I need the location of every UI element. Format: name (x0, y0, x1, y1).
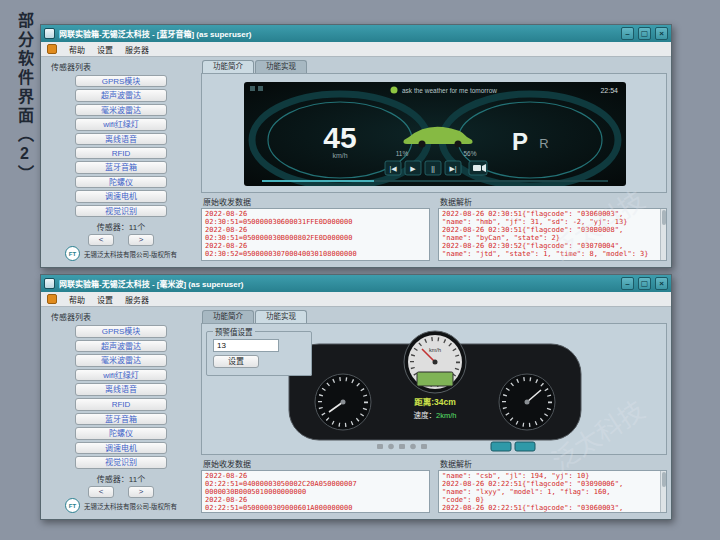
sensor-button-gprs[interactable]: GPRS模块 (75, 325, 167, 338)
raw-line: 02:30:51=050000030600031FFE0D000000 (205, 218, 426, 226)
menu-settings[interactable]: 设置 (97, 294, 113, 305)
maximize-button[interactable]: ▢ (638, 27, 651, 40)
close-button[interactable]: × (655, 277, 668, 290)
sensor-button-gyroscope[interactable]: 陀螺仪 (75, 176, 167, 188)
right-stat: 56% (463, 150, 476, 157)
parsed-data-title: 数据解析 (440, 458, 667, 469)
app-window-bluetooth-speaker: 网联实验箱-无锡泛太科技 - [蓝牙音箱] (as superuser) – ▢… (40, 24, 672, 268)
minimize-button[interactable]: – (621, 277, 634, 290)
vertical-scrollbar[interactable] (660, 471, 666, 512)
sensor-button-speed-motor[interactable]: 调速电机 (75, 190, 167, 202)
tab-bar: 功能简介 功能实现 (202, 310, 667, 323)
sensor-button-ultrasonic-radar[interactable]: 超声波雷达 (75, 89, 167, 101)
sensor-button-gprs[interactable]: GPRS模块 (75, 75, 167, 87)
prev-page-button[interactable]: < (88, 486, 114, 498)
minimize-button[interactable]: – (621, 27, 634, 40)
sensor-button-wifi-light[interactable]: wifi红绿灯 (75, 369, 167, 382)
vertical-scrollbar[interactable] (660, 209, 666, 260)
parse-line: "code": 0} (442, 496, 663, 504)
instrument-cluster-image: km/h (285, 328, 585, 452)
sensor-button-rfid[interactable]: RFID (75, 147, 167, 159)
parse-line: 2022-08-26 02:30:51{"flagcode": "0306000… (442, 210, 663, 218)
parsed-data-title: 数据解析 (440, 196, 667, 207)
tab-function-impl[interactable]: 功能实现 (255, 60, 307, 73)
parse-line: 2022-08-26 02:30:51{"flagcode": "030B000… (442, 226, 663, 234)
raw-data-box[interactable]: 2022-08-26 02:22:51=04000003050002C20A05… (201, 470, 430, 513)
next-page-button[interactable]: > (128, 486, 154, 498)
app-menu-icon[interactable] (47, 44, 57, 54)
scrollbar-thumb[interactable] (662, 210, 666, 225)
apply-settings-button[interactable]: 设置 (213, 355, 259, 368)
next-page-button[interactable]: > (128, 234, 154, 246)
sensor-button-offline-voice[interactable]: 离线语音 (75, 133, 167, 145)
data-panels: 原始收发数据 2022-08-26 02:22:51=0400000305000… (201, 457, 667, 513)
menu-help[interactable]: 帮助 (69, 294, 85, 305)
window-body: 传感器列表 GPRS模块 超声波雷达 毫米波雷达 wifi红绿灯 离线语音 RF… (41, 307, 671, 519)
close-button[interactable]: × (655, 27, 668, 40)
sensor-button-vision[interactable]: 视觉识别 (75, 456, 167, 469)
sensor-count-label: 传感器：11个 (97, 221, 145, 232)
sensor-button-bluetooth-speaker[interactable]: 蓝牙音箱 (75, 413, 167, 426)
sensor-button-ultrasonic-radar[interactable]: 超声波雷达 (75, 340, 167, 353)
sensor-button-bluetooth-speaker[interactable]: 蓝牙音箱 (75, 161, 167, 173)
window-title: 网联实验箱-无锡泛太科技 - [毫米波] (as superuser) (59, 278, 617, 289)
sensor-count-label: 传感器：11个 (97, 473, 145, 484)
parsed-data-panel: 数据解析 "name": "csb", "jl": 194, "yj": 10}… (438, 457, 667, 513)
progress-fill (262, 180, 374, 182)
raw-line: 2022-08-26 (205, 512, 426, 513)
menu-help[interactable]: 帮助 (69, 44, 85, 55)
parse-line: 2022-08-26 02:30:52{"flagcode": "0307000… (442, 242, 663, 250)
sensor-button-mmwave-radar[interactable]: 毫米波雷达 (75, 354, 167, 367)
parsed-data-box[interactable]: 2022-08-26 02:30:51{"flagcode": "0306000… (438, 208, 667, 261)
window-icon (44, 278, 55, 289)
sensor-button-wifi-light[interactable]: wifi红绿灯 (75, 118, 167, 130)
play-icon: ▶ (410, 165, 416, 172)
sensor-button-gyroscope[interactable]: 陀螺仪 (75, 427, 167, 440)
pause-icon: || (431, 165, 435, 173)
raw-line: 2022-08-26 (205, 472, 426, 480)
copyright-text: 无锡泛太科技有限公司-版权所有 (84, 501, 177, 511)
parse-line: 2022-08-26 02:22:51{"flagcode": "0306000… (442, 504, 663, 512)
raw-data-box[interactable]: 2022-08-26 02:30:51=050000030600031FFE0D… (201, 208, 430, 261)
status-icon (250, 86, 255, 91)
clock-text: 22:54 (600, 87, 618, 94)
sensor-button-rfid[interactable]: RFID (75, 398, 167, 411)
tab-bar: 功能简介 功能实现 (202, 60, 667, 73)
prev-page-button[interactable]: < (88, 234, 114, 246)
sensor-sidebar: 传感器列表 GPRS模块 超声波雷达 毫米波雷达 wifi红绿灯 离线语音 RF… (45, 60, 197, 261)
warning-settings-title: 预警值设置 (213, 326, 255, 337)
tab-function-intro[interactable]: 功能简介 (202, 310, 254, 323)
titlebar[interactable]: 网联实验箱-无锡泛太科技 - [毫米波] (as superuser) – ▢ … (41, 275, 671, 292)
page-side-title: 部分软件界面（2） (12, 12, 36, 184)
main-panel: 功能简介 功能实现 预警值设置 设置 km/h (201, 310, 667, 513)
menu-server[interactable]: 服务器 (125, 44, 149, 55)
sensor-button-offline-voice[interactable]: 离线语音 (75, 383, 167, 396)
left-stat: 11% (396, 150, 409, 157)
cluster-button-1[interactable] (491, 442, 511, 451)
app-window-mmwave: 网联实验箱-无锡泛太科技 - [毫米波] (as superuser) – ▢ … (40, 274, 672, 520)
tab-content-area: ask the weather for me tomorrow 22:54 45… (201, 73, 667, 193)
warning-value-input[interactable] (213, 339, 279, 352)
voice-assistant-icon (391, 87, 398, 94)
parse-line: "name": "byCan", "state": 2} (442, 234, 663, 242)
cluster-bottom-icons (377, 444, 427, 450)
titlebar[interactable]: 网联实验箱-无锡泛太科技 - [蓝牙音箱] (as superuser) – ▢… (41, 25, 671, 42)
raw-line: 02:30:52=050000030700040030108000000 (205, 250, 426, 258)
raw-data-title: 原始收发数据 (203, 458, 430, 469)
warning-settings-group: 预警值设置 设置 (206, 326, 312, 376)
sidebar-header: 传感器列表 (51, 61, 91, 72)
sensor-button-mmwave-radar[interactable]: 毫米波雷达 (75, 104, 167, 116)
menu-settings[interactable]: 设置 (97, 44, 113, 55)
app-menu-icon[interactable] (47, 294, 57, 304)
menu-server[interactable]: 服务器 (125, 294, 149, 305)
maximize-button[interactable]: ▢ (638, 277, 651, 290)
sensor-button-vision[interactable]: 视觉识别 (75, 205, 167, 217)
cluster-button-2[interactable] (515, 442, 535, 451)
tab-function-intro[interactable]: 功能简介 (202, 60, 254, 73)
raw-data-panel: 原始收发数据 2022-08-26 02:22:51=0400000305000… (201, 457, 430, 513)
parsed-data-box[interactable]: "name": "csb", "jl": 194, "yj": 10} 2022… (438, 470, 667, 513)
sensor-button-speed-motor[interactable]: 调速电机 (75, 442, 167, 455)
speed-readout: 速度：2km/h (414, 410, 457, 420)
tab-function-impl[interactable]: 功能实现 (255, 310, 307, 323)
scrollbar-thumb[interactable] (662, 472, 666, 487)
